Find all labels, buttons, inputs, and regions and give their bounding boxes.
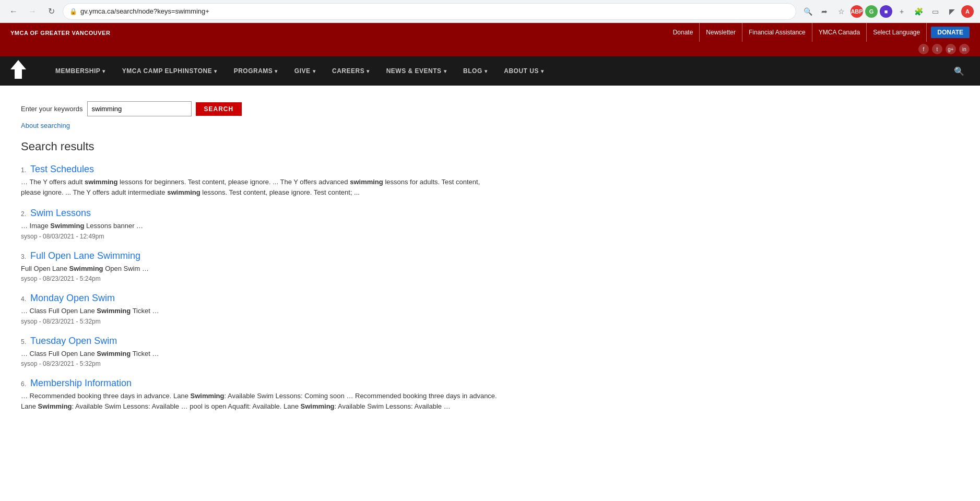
result-title-link[interactable]: Monday Open Swim (30, 293, 115, 303)
result-title-row: 6. Membership Information (21, 378, 501, 389)
result-item: 1. Test Schedules … The Y offers adult s… (21, 164, 501, 197)
nav-careers[interactable]: CAREERS ▾ (324, 56, 378, 86)
org-name: YMCA OF GREATER VANCOUVER (10, 30, 110, 36)
select-language-link[interactable]: Select Language (867, 23, 927, 42)
plus-icon[interactable]: + (894, 4, 909, 19)
facebook-icon[interactable]: f (918, 44, 929, 54)
result-title-link[interactable]: Full Open Lane Swimming (30, 250, 140, 261)
result-excerpt: … Recommended booking three days in adva… (21, 391, 501, 411)
nav-about-us[interactable]: ABOUT US ▾ (495, 56, 552, 86)
donate-link[interactable]: Donate (667, 23, 700, 42)
ymca-logo (10, 60, 26, 82)
result-title-link[interactable]: Test Schedules (30, 164, 94, 174)
result-number: 3. (21, 253, 26, 260)
result-title-row: 1. Test Schedules (21, 164, 501, 175)
social-bar: f t g+ in (0, 42, 980, 56)
url-text: gv.ymca.ca/search/node?keys=swimming+ (80, 7, 209, 15)
nav-news-events[interactable]: NEWS & EVENTS ▾ (378, 56, 455, 86)
result-meta: sysop - 08/23/2021 - 5:24pm (21, 275, 501, 282)
chevron-down-icon: ▾ (214, 68, 217, 74)
donate-button[interactable]: DONATE (931, 27, 970, 38)
search-button[interactable]: SEARCH (196, 102, 242, 116)
bookmark-icon[interactable]: ☆ (834, 4, 848, 19)
about-searching-link[interactable]: About searching (21, 122, 501, 129)
result-title-link[interactable]: Membership Information (30, 378, 132, 388)
back-button[interactable]: ← (6, 4, 21, 19)
linkedin-icon[interactable]: in (959, 44, 970, 54)
result-meta: sysop - 08/03/2021 - 12:49pm (21, 233, 501, 240)
address-bar[interactable]: 🔒 gv.ymca.ca/search/node?keys=swimming+ (63, 3, 796, 20)
reload-button[interactable]: ↻ (44, 4, 58, 19)
result-title-link[interactable]: Swim Lessons (30, 208, 91, 218)
result-item: 2. Swim Lessons … Image Swimming Lessons… (21, 208, 501, 240)
browser-chrome: ← → ↻ 🔒 gv.ymca.ca/search/node?keys=swim… (0, 0, 980, 23)
result-title-link[interactable]: Tuesday Open Swim (30, 336, 117, 346)
share-icon[interactable]: ➦ (817, 4, 832, 19)
result-item: 3. Full Open Lane Swimming Full Open Lan… (21, 250, 501, 283)
search-label: Enter your keywords (21, 105, 83, 113)
googleplus-icon[interactable]: g+ (946, 44, 956, 54)
twitter-icon[interactable]: t (932, 44, 942, 54)
result-excerpt: … Image Swimming Lessons banner … (21, 221, 501, 231)
sidebar-icon[interactable]: ◤ (944, 4, 959, 19)
chevron-down-icon: ▾ (485, 68, 488, 74)
search-form: Enter your keywords SEARCH (21, 101, 501, 116)
nav-camp-elphinstone[interactable]: YMCA CAMP ELPHINSTONE ▾ (114, 56, 226, 86)
browser-toolbar: 🔍 ➦ ☆ ABP G ■ + 🧩 ▭ ◤ A (800, 4, 974, 19)
result-number: 6. (21, 380, 26, 388)
result-title-row: 3. Full Open Lane Swimming (21, 250, 501, 261)
puzzle-icon[interactable]: 🧩 (911, 4, 926, 19)
nav-search-icon[interactable]: 🔍 (949, 66, 970, 76)
chevron-down-icon: ▾ (541, 68, 544, 74)
result-item: 5. Tuesday Open Swim … Class Full Open L… (21, 336, 501, 368)
result-excerpt: … Class Full Open Lane Swimming Ticket … (21, 306, 501, 316)
result-number: 4. (21, 295, 26, 303)
forward-button[interactable]: → (25, 4, 40, 19)
main-nav: MEMBERSHIP ▾ YMCA CAMP ELPHINSTONE ▾ PRO… (0, 56, 980, 86)
financial-assistance-link[interactable]: Financial Assistance (742, 23, 812, 42)
nav-programs[interactable]: PROGRAMS ▾ (226, 56, 286, 86)
result-number: 2. (21, 210, 26, 218)
result-number: 1. (21, 166, 26, 174)
search-input[interactable] (87, 101, 192, 116)
adblock-icon[interactable]: ABP (851, 5, 863, 18)
ymca-canada-link[interactable]: YMCA Canada (812, 23, 867, 42)
lock-icon: 🔒 (69, 8, 77, 15)
nav-blog[interactable]: BLOG ▾ (455, 56, 495, 86)
result-number: 5. (21, 338, 26, 345)
result-meta: sysop - 08/23/2021 - 5:32pm (21, 360, 501, 367)
result-item: 4. Monday Open Swim … Class Full Open La… (21, 293, 501, 325)
chevron-down-icon: ▾ (102, 68, 105, 74)
nav-membership[interactable]: MEMBERSHIP ▾ (47, 56, 114, 86)
result-item: 6. Membership Information … Recommended … (21, 378, 501, 411)
result-meta: sysop - 08/23/2021 - 5:32pm (21, 318, 501, 325)
search-results-title: Search results (21, 140, 501, 153)
chevron-down-icon: ▾ (444, 68, 447, 74)
page-content: Enter your keywords SEARCH About searchi… (0, 86, 522, 437)
nav-give[interactable]: GIVE ▾ (286, 56, 324, 86)
result-title-row: 2. Swim Lessons (21, 208, 501, 219)
grammarly-icon[interactable]: G (865, 5, 878, 18)
utility-bar: YMCA OF GREATER VANCOUVER Donate Newslet… (0, 23, 980, 42)
extension-icon[interactable]: ■ (880, 5, 892, 18)
utility-links: Donate Newsletter Financial Assistance Y… (667, 23, 970, 42)
result-title-row: 5. Tuesday Open Swim (21, 336, 501, 347)
org-name-area: YMCA OF GREATER VANCOUVER (10, 28, 110, 37)
nav-items: MEMBERSHIP ▾ YMCA CAMP ELPHINSTONE ▾ PRO… (47, 56, 949, 86)
result-excerpt: … The Y offers adult swimming lessons fo… (21, 177, 501, 197)
cast-icon[interactable]: ▭ (928, 4, 942, 19)
result-title-row: 4. Monday Open Swim (21, 293, 501, 304)
search-toolbar-icon[interactable]: 🔍 (800, 4, 815, 19)
result-excerpt: Full Open Lane Swimming Open Swim … (21, 264, 501, 274)
newsletter-link[interactable]: Newsletter (700, 23, 742, 42)
chevron-down-icon: ▾ (275, 68, 278, 74)
profile-icon[interactable]: A (961, 5, 974, 18)
chevron-down-icon: ▾ (313, 68, 316, 74)
chevron-down-icon: ▾ (367, 68, 370, 74)
result-excerpt: … Class Full Open Lane Swimming Ticket … (21, 349, 501, 359)
